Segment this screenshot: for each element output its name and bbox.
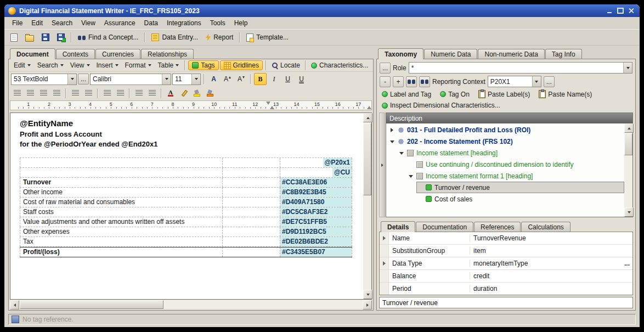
row-spacer-cell[interactable] (222, 237, 280, 246)
underline-button[interactable]: U (281, 73, 294, 85)
font-dropdown-button[interactable] (162, 74, 171, 85)
scrollbar-thumb[interactable] (363, 123, 371, 195)
row-spacer-cell[interactable] (222, 198, 280, 207)
property-expand-gutter[interactable] (380, 270, 389, 282)
table-row[interactable]: Other expenses #D9D1192BC5 (20, 227, 352, 237)
menu-item[interactable]: File (8, 18, 27, 29)
tagged-value[interactable]: #C3435E5B07 (280, 247, 352, 257)
property-expand-gutter[interactable] (380, 245, 389, 257)
menu-item[interactable]: Data (140, 18, 162, 29)
tree-item-label[interactable]: 202 - Income Statement (FRS 102) (407, 138, 513, 145)
panel-splitter[interactable] (379, 112, 385, 217)
tree-item-label[interactable]: Turnover / revenue (434, 184, 490, 192)
row-value-cell[interactable]: #D409A71580 (280, 198, 352, 207)
row-label-cell[interactable]: Other expenses (20, 227, 222, 237)
property-expand-gutter[interactable] (380, 283, 389, 295)
data-entry-button[interactable]: Data Entry... (148, 31, 201, 43)
doc-heading-entity[interactable]: @EntityName (20, 119, 363, 128)
tree-item[interactable]: Income statement [heading] (398, 147, 624, 159)
table-row[interactable]: Turnover #CC38AE3E06 (20, 178, 352, 188)
font-size-dropdown-button[interactable] (191, 74, 200, 85)
doc-menu-button[interactable]: Table (155, 60, 182, 70)
tree-item[interactable]: Income statement format 1 [heading] (407, 170, 624, 182)
property-row[interactable]: Balance credit (380, 270, 632, 283)
tree-item[interactable]: Cost of sales (416, 193, 624, 205)
find-button[interactable] (406, 76, 417, 87)
paste-labels-button[interactable]: Paste Label(s) (476, 89, 532, 99)
tagged-value[interactable]: #D9D1192BC5 (280, 227, 352, 237)
tagged-value[interactable]: #C8B92E3B45 (280, 188, 352, 197)
gridlines-toggle[interactable]: Gridlines (220, 60, 263, 70)
new-document-button[interactable] (7, 31, 21, 44)
bold-button[interactable]: B (254, 73, 267, 85)
document-tab[interactable]: Document (10, 48, 55, 59)
double-underline-button[interactable]: U (295, 73, 308, 85)
tree-expand-icon[interactable] (408, 162, 414, 167)
borders-button[interactable] (178, 87, 190, 99)
row-value-cell[interactable]: #DC5C8AF3E2 (280, 207, 352, 217)
role-combobox[interactable]: * (409, 62, 632, 74)
locate-button[interactable]: Locate (269, 61, 302, 70)
row-value-cell[interactable]: #DE7C51FFB5 (280, 217, 352, 227)
tree-column-header[interactable]: Description (386, 113, 632, 123)
property-row[interactable]: Name TurnoverRevenue (380, 232, 632, 245)
scroll-left-button[interactable] (10, 300, 19, 310)
add-button[interactable]: + (393, 76, 404, 87)
align-justify-button[interactable] (50, 87, 63, 99)
scrollbar-track[interactable] (19, 300, 363, 309)
row-label-cell[interactable]: Cost of raw material and consumables (20, 198, 222, 207)
doc-menu-button[interactable]: View (67, 60, 93, 70)
characteristics-button[interactable]: Characteristics... (309, 61, 370, 70)
document-tab[interactable]: Currencies (95, 49, 140, 59)
table-row[interactable]: Cost of raw material and consumables #D4… (20, 198, 352, 207)
tags-toggle[interactable]: Tags (188, 60, 218, 70)
scroll-up-button[interactable] (363, 113, 372, 122)
row-label-cell[interactable]: Staff costs (20, 207, 222, 217)
menu-item[interactable]: Search (47, 18, 77, 29)
bullet-list-button[interactable] (101, 87, 113, 99)
row-spacer-cell[interactable] (222, 188, 280, 197)
menu-item[interactable]: Assurance (100, 18, 140, 29)
doc-heading-period[interactable]: for the @PeriodOrYear ended @End20x1 (20, 140, 363, 148)
table-row[interactable]: Value adjustments and other amounts writ… (20, 217, 352, 227)
style-combobox[interactable]: 53 TextBold (11, 74, 77, 85)
right-indent-marker[interactable] (367, 106, 371, 109)
property-expand-gutter[interactable] (380, 257, 389, 269)
property-row[interactable]: SubstitutionGroup item (380, 245, 632, 257)
font-color-button[interactable]: A (165, 87, 177, 99)
tagged-value[interactable]: #DE7C51FFB5 (280, 217, 352, 227)
tree-item-label[interactable]: 031 - Full Detailed Profit and Loss (ROI… (407, 126, 530, 134)
table-row[interactable]: @P20x1 (20, 158, 352, 168)
row-label-cell[interactable]: Turnover (20, 178, 222, 187)
taxonomy-tab[interactable]: Non-numeric Data (478, 49, 544, 59)
first-line-indent-marker[interactable] (266, 102, 270, 105)
reporting-context-dropdown-button[interactable] (532, 76, 541, 87)
doc-menu-button[interactable]: Edit (11, 60, 33, 70)
row-label-cell[interactable] (20, 168, 222, 177)
document-tab[interactable]: Relationships (141, 49, 194, 59)
document-vertical-scrollbar[interactable] (363, 113, 371, 299)
tree-vertical-scrollbar[interactable] (624, 123, 632, 217)
row-value-cell[interactable]: #C3435E5B07 (280, 247, 352, 257)
row-spacer-cell[interactable] (222, 247, 280, 257)
tagged-value[interactable]: #DC5C8AF3E2 (280, 207, 352, 217)
row-spacer-cell[interactable] (222, 207, 280, 217)
paste-names-button[interactable]: Paste Name(s) (536, 89, 594, 99)
find-concept-button[interactable]: Find a Concept... (75, 31, 142, 43)
font-combobox[interactable]: Calibri (90, 74, 171, 85)
row-label-cell[interactable]: Other income (20, 188, 222, 197)
property-row[interactable]: Data Type monetaryItemType ... (380, 257, 632, 270)
inspect-dimensional-button[interactable]: Inspect Dimensional Characteristics... (380, 101, 502, 110)
indent-decrease-button[interactable] (82, 87, 94, 99)
property-more-button[interactable]: ... (622, 260, 632, 267)
tree-expand-icon[interactable] (417, 196, 423, 202)
maximize-button[interactable] (615, 7, 625, 15)
row-value-cell[interactable]: #C8B92E3B45 (280, 188, 352, 197)
row-value-cell[interactable]: #D9D1192BC5 (280, 227, 352, 237)
context-more-button[interactable]: ... (544, 76, 555, 87)
menu-item[interactable]: View (77, 18, 100, 29)
row-label-cell[interactable]: Value adjustments and other amounts writ… (20, 217, 222, 227)
tree-item[interactable]: Use continuing / discontinued dimension … (407, 159, 624, 170)
minimize-button[interactable] (605, 7, 614, 15)
tagged-value[interactable]: #DE02B6BDE2 (280, 237, 352, 246)
